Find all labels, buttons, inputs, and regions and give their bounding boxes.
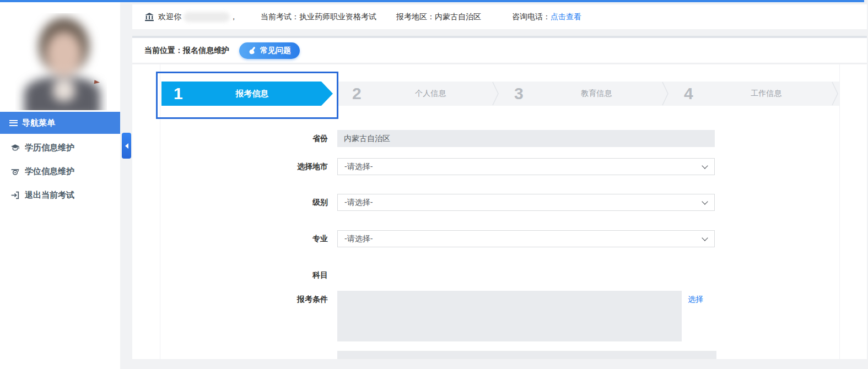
welcome-name-redacted [184, 12, 230, 22]
form-row-province: 省份 内蒙古自治区 [132, 130, 867, 147]
form-row-major: 专业 -请选择- [132, 230, 867, 247]
sidebar-menu-header: 导航菜单 [0, 112, 120, 134]
phone-view-link[interactable]: 点击查看 [551, 12, 581, 22]
step-1-arrow[interactable]: 1 报考信息 [161, 82, 321, 106]
degree-icon [10, 167, 20, 176]
region-group: 报考地区： 内蒙古自治区 [396, 12, 481, 22]
partial-field [337, 351, 716, 359]
cursor-artifact [94, 80, 100, 84]
step-label: 个人信息 [362, 89, 500, 99]
level-label: 级别 [132, 194, 328, 211]
step-number: 3 [500, 82, 524, 106]
form-row-city: 选择地市 -请选择- [132, 158, 867, 175]
sidebar-collapse-button[interactable] [122, 133, 131, 159]
sidebar-menu-header-label: 导航菜单 [22, 118, 55, 128]
step-wizard: 1 报考信息 2 个人信息 3 教育信息 4 工作信息 [161, 82, 839, 106]
city-select-value: -请选择- [344, 162, 373, 171]
chevron-down-icon [702, 198, 708, 204]
welcome-suffix: ， [230, 12, 238, 22]
major-select[interactable]: -请选择- [337, 230, 715, 247]
step-number: 1 [161, 82, 183, 106]
phone-group: 咨询电话： 点击查看 [512, 12, 581, 22]
region-value: 内蒙古自治区 [435, 12, 481, 22]
sidebar-item-label: 学历信息维护 [25, 143, 74, 153]
topbar: 欢迎你 ， 当前考试： 执业药师职业资格考试 报考地区： 内蒙古自治区 咨询电话… [132, 4, 867, 29]
subject-label: 科目 [132, 267, 328, 284]
welcome-group: 欢迎你 ， [144, 12, 238, 22]
sidebar-item-degree-info[interactable]: 学位信息维护 [0, 160, 120, 183]
user-photo-blurred [15, 13, 107, 110]
bank-icon [144, 12, 154, 22]
sidebar-item-education-info[interactable]: 学历信息维护 [0, 136, 120, 160]
breadcrumb-label: 当前位置： [144, 46, 183, 56]
region-label: 报考地区： [396, 12, 435, 22]
graduation-cap-icon [10, 143, 20, 153]
main-area: 欢迎你 ， 当前考试： 执业药师职业资格考试 报考地区： 内蒙古自治区 咨询电话… [132, 0, 867, 369]
step-number: 2 [338, 82, 362, 106]
sidebar-nav-list: 学历信息维护 学位信息维护 退出当前考试 [0, 136, 120, 207]
step-separator-chevron [662, 82, 668, 106]
province-field: 内蒙古自治区 [337, 130, 715, 147]
user-photo [15, 13, 107, 110]
faq-button[interactable]: 常见问题 [239, 42, 300, 59]
form-row-subject: 科目 [132, 267, 867, 284]
hamburger-icon [9, 120, 18, 126]
sidebar: 导航菜单 学历信息维护 学位信息维护 [0, 2, 120, 369]
form-row-condition: 报考条件 选择 [132, 291, 867, 341]
faq-button-label: 常见问题 [260, 46, 291, 56]
step-3-education-info[interactable]: 3 教育信息 [500, 82, 670, 106]
collapse-left-icon [125, 143, 128, 149]
chevron-down-icon [702, 235, 708, 241]
current-exam-group: 当前考试： 执业药师职业资格考试 [261, 12, 376, 22]
current-exam-value: 执业药师职业资格考试 [299, 12, 376, 22]
step-1-registration-info[interactable]: 1 报考信息 [161, 82, 338, 106]
level-select-value: -请选择- [344, 198, 373, 207]
sidebar-item-label: 退出当前考试 [25, 190, 74, 200]
sidebar-item-exit-exam[interactable]: 退出当前考试 [0, 183, 120, 207]
exit-icon [10, 191, 20, 200]
registration-panel: 1 报考信息 2 个人信息 3 教育信息 4 工作信息 [132, 64, 867, 359]
condition-label: 报考条件 [132, 291, 328, 308]
city-select[interactable]: -请选择- [337, 158, 715, 175]
step-number: 4 [670, 82, 693, 106]
step-2-personal-info[interactable]: 2 个人信息 [338, 82, 500, 106]
step-separator-chevron [832, 82, 838, 106]
form-row-level: 级别 -请选择- [132, 194, 867, 211]
phone-label: 咨询电话： [512, 12, 551, 22]
major-select-value: -请选择- [344, 234, 373, 243]
pointing-hand-icon [248, 46, 257, 55]
province-label: 省份 [132, 130, 328, 147]
step-label: 工作信息 [693, 89, 839, 99]
form-row-partial [132, 351, 867, 359]
condition-textarea [337, 291, 682, 341]
major-label: 专业 [132, 230, 328, 247]
city-label: 选择地市 [132, 158, 328, 175]
step-4-work-info[interactable]: 4 工作信息 [670, 82, 839, 106]
chevron-down-icon [702, 162, 708, 169]
sidebar-item-label: 学位信息维护 [25, 166, 74, 177]
step-separator-chevron [492, 82, 499, 106]
welcome-text: 欢迎你 [158, 12, 181, 22]
condition-select-link[interactable]: 选择 [688, 291, 703, 308]
level-select[interactable]: -请选择- [337, 194, 715, 211]
step-label: 报考信息 [183, 89, 321, 99]
breadcrumb-value: 报名信息维护 [183, 46, 229, 56]
step-label: 教育信息 [524, 89, 670, 99]
breadcrumb-bar: 当前位置： 报名信息维护 常见问题 [132, 36, 867, 63]
current-exam-label: 当前考试： [261, 12, 299, 22]
